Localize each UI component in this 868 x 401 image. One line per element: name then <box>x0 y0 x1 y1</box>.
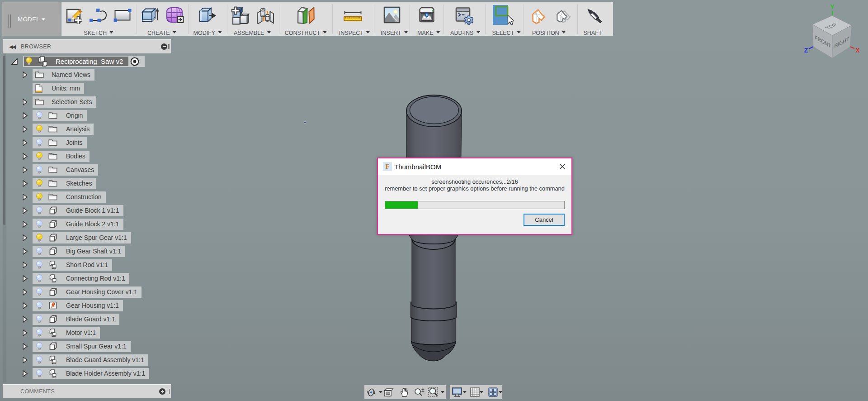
svg-text:Z: Z <box>804 47 808 54</box>
svg-text:X: X <box>855 47 860 54</box>
svg-text:Y: Y <box>830 3 835 10</box>
svg-text:F: F <box>385 163 389 170</box>
